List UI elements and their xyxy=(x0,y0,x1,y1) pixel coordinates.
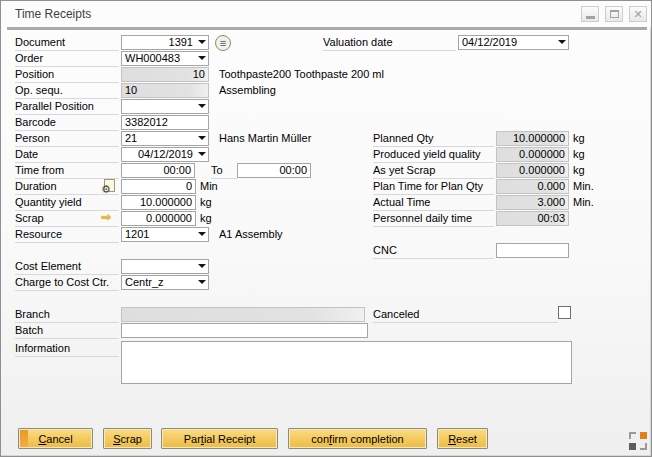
batch-label: Batch xyxy=(15,323,119,339)
resize-grip-icon[interactable] xyxy=(629,432,647,450)
confirm-completion-button[interactable]: confirm completion xyxy=(288,428,427,449)
plan-time-field: 0.000 xyxy=(496,179,569,194)
person-field[interactable]: 21 xyxy=(121,131,209,146)
op-sequ-label: Op. sequ. xyxy=(15,83,119,99)
planned-qty-unit: kg xyxy=(573,131,585,146)
cnc-label: CNC xyxy=(373,243,494,259)
position-label: Position xyxy=(15,67,119,83)
close-icon: ✕ xyxy=(633,9,642,20)
order-field[interactable]: WH000483 xyxy=(121,51,209,66)
reset-button[interactable]: Reset xyxy=(437,428,488,449)
confirm-completion-button-label: confirm completion xyxy=(311,433,403,445)
as-yet-scrap-unit: kg xyxy=(573,163,585,178)
canceled-checkbox[interactable] xyxy=(558,306,571,319)
cancel-button-label: Cancel xyxy=(38,433,72,445)
dropdown-arrow-icon[interactable] xyxy=(198,152,206,156)
document-field[interactable]: 1391 xyxy=(121,35,209,50)
personnel-daily-time-field: 00:03 xyxy=(496,211,569,226)
position-field: 10 xyxy=(121,67,209,82)
grip-square-orange xyxy=(640,432,647,439)
actual-time-field: 3.000 xyxy=(496,195,569,210)
batch-field[interactable] xyxy=(121,323,368,338)
charge-cost-ctr-field[interactable]: Centr_z xyxy=(121,275,209,290)
cost-element-label: Cost Element xyxy=(15,259,119,275)
canceled-label: Canceled xyxy=(373,307,558,323)
minimize-button[interactable] xyxy=(581,6,599,22)
partial-receipt-button[interactable]: Partial Receipt xyxy=(161,428,278,449)
window-title: Time Receipts xyxy=(15,7,91,21)
minimize-icon xyxy=(586,16,595,19)
maximize-button[interactable] xyxy=(605,6,623,22)
op-sequ-field: 10 xyxy=(121,83,209,98)
grip-square-gray xyxy=(629,443,636,450)
default-button-stripe xyxy=(20,430,28,447)
scrap-field[interactable]: 0.000000 xyxy=(121,211,196,226)
scrap-unit: kg xyxy=(200,211,212,226)
grip-corner-bottom-right xyxy=(640,443,647,450)
actual-time-label: Actual Time xyxy=(373,195,494,211)
dropdown-arrow-icon[interactable] xyxy=(198,136,206,140)
dropdown-arrow-icon[interactable] xyxy=(198,264,206,268)
dropdown-arrow-icon[interactable] xyxy=(558,40,566,44)
person-label: Person xyxy=(15,131,119,147)
dropdown-arrow-icon[interactable] xyxy=(198,232,206,236)
plan-time-unit: Min. xyxy=(573,179,594,194)
date-field[interactable]: 04/12/2019 xyxy=(121,147,209,162)
scrap-link-arrow-icon[interactable]: ➡ xyxy=(101,211,111,224)
produced-yield-quality-label: Produced yield quality xyxy=(373,147,494,163)
dropdown-arrow-icon[interactable] xyxy=(198,40,206,44)
item-description-text: Toothpaste200 Toothpaste 200 ml xyxy=(219,67,384,82)
time-to-field[interactable]: 00:00 xyxy=(237,163,311,178)
grip-corner-top-left xyxy=(629,432,636,439)
resource-label: Resource xyxy=(15,227,119,243)
barcode-field[interactable]: 3382012 xyxy=(121,115,209,130)
resource-field[interactable]: 1201 xyxy=(121,227,209,242)
branch-field xyxy=(121,307,365,322)
parallel-position-field[interactable] xyxy=(121,99,209,114)
branch-label: Branch xyxy=(15,307,119,323)
document-menu-icon[interactable]: ≡ xyxy=(215,35,231,51)
reset-button-label: Reset xyxy=(448,433,477,445)
duration-field[interactable]: 0 xyxy=(121,179,196,194)
quantity-yield-unit: kg xyxy=(200,195,212,210)
as-yet-scrap-field: 0.000000 xyxy=(496,163,569,178)
quantity-yield-label: Quantity yield xyxy=(15,195,119,211)
produced-yield-quality-unit: kg xyxy=(573,147,585,162)
titlebar-separator xyxy=(7,27,647,30)
close-button[interactable]: ✕ xyxy=(629,6,647,22)
scrap-button[interactable]: Scrap xyxy=(103,428,152,449)
time-from-field[interactable]: 00:00 xyxy=(121,163,195,178)
parallel-position-label: Parallel Position xyxy=(15,99,119,115)
time-receipts-window: Time Receipts ✕ Document 1391 ≡ Order WH… xyxy=(0,0,652,457)
cnc-field[interactable] xyxy=(496,243,569,258)
planned-qty-label: Planned Qty xyxy=(373,131,494,147)
cancel-button[interactable]: Cancel xyxy=(18,428,93,449)
planned-qty-field: 10.000000 xyxy=(496,131,569,146)
time-to-label: To xyxy=(211,163,237,179)
information-textarea[interactable] xyxy=(121,341,572,384)
duration-gear-icon[interactable]: ⚙ xyxy=(104,179,115,192)
person-name-text: Hans Martin Müller xyxy=(219,131,311,146)
partial-receipt-button-label: Partial Receipt xyxy=(184,433,256,445)
quantity-yield-field[interactable]: 10.000000 xyxy=(121,195,196,210)
dropdown-arrow-icon[interactable] xyxy=(198,56,206,60)
actual-time-unit: Min. xyxy=(573,195,594,210)
dropdown-arrow-icon[interactable] xyxy=(198,280,206,284)
scrap-button-label: Scrap xyxy=(113,433,142,445)
valuation-date-label: Valuation date xyxy=(323,35,456,51)
barcode-label: Barcode xyxy=(15,115,119,131)
order-label: Order xyxy=(15,51,119,67)
valuation-date-field[interactable]: 04/12/2019 xyxy=(458,35,569,50)
date-label: Date xyxy=(15,147,119,163)
operation-description-text: Assembling xyxy=(219,83,276,98)
document-label: Document xyxy=(15,35,119,51)
duration-unit: Min xyxy=(200,179,218,194)
title-bar[interactable]: Time Receipts ✕ xyxy=(1,1,651,27)
maximize-icon xyxy=(610,10,619,18)
dropdown-arrow-icon[interactable] xyxy=(198,104,206,108)
cost-element-field[interactable] xyxy=(121,259,209,274)
plan-time-label: Plan Time for Plan Qty xyxy=(373,179,494,195)
charge-cost-ctr-label: Charge to Cost Ctr. xyxy=(15,275,119,291)
personnel-daily-time-label: Personnel daily time xyxy=(373,211,494,227)
time-from-label: Time from xyxy=(15,163,119,179)
